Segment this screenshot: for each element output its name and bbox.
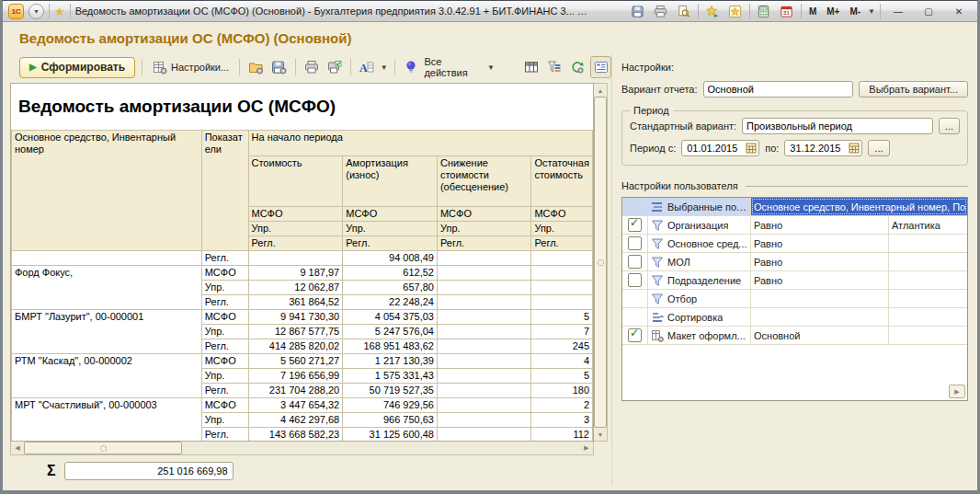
header-value-col[interactable]: Остаточная стоимость xyxy=(531,156,593,207)
header-value-col[interactable]: Амортизация (износ) xyxy=(343,156,438,207)
memory-recall-button[interactable]: M xyxy=(806,6,819,17)
asset-name-cell[interactable]: БМРТ "Лазурит", 00-000001 xyxy=(12,310,202,354)
scroll-down-icon[interactable]: ▼ xyxy=(594,428,607,441)
user-settings-row[interactable]: Сортировка xyxy=(622,308,967,327)
print-icon[interactable] xyxy=(302,57,322,77)
user-settings-row[interactable]: Отбор xyxy=(622,290,967,308)
depr-cell[interactable]: 5 247 576,04 xyxy=(343,325,438,339)
font-format-icon[interactable]: A xyxy=(358,57,377,77)
resid-cell[interactable]: 112 xyxy=(531,428,593,442)
user-settings-row[interactable]: Выбранные поляОсновное средство, Инвента… xyxy=(622,198,967,216)
calendar-icon[interactable]: 31 xyxy=(778,3,796,19)
header-accounting-row[interactable]: Регл. xyxy=(343,236,438,251)
header-asset-col[interactable]: Основное средство, Инвентарный номер xyxy=(12,131,202,251)
print-preview-icon[interactable] xyxy=(675,3,693,19)
indicator-cell[interactable]: Регл. xyxy=(201,384,248,398)
setting-label-cell[interactable]: Выбранные поля xyxy=(648,198,751,215)
resid-cell[interactable] xyxy=(531,251,593,266)
calculator-icon[interactable] xyxy=(755,3,773,19)
font-dropdown-chevron-icon[interactable]: ▼ xyxy=(381,63,388,72)
cost-cell[interactable]: 414 285 820,02 xyxy=(248,339,343,354)
checkbox-cell[interactable] xyxy=(622,253,648,270)
indicator-cell[interactable]: Упр. xyxy=(201,369,248,384)
user-settings-row[interactable]: ПодразделениеРавно xyxy=(622,271,967,290)
header-accounting-row[interactable]: Упр. xyxy=(343,222,438,236)
main-menu-chevron-icon[interactable]: ▼ xyxy=(28,4,44,19)
header-accounting-row[interactable]: МСФО xyxy=(531,207,593,222)
depr-cell[interactable]: 4 054 375,03 xyxy=(343,310,438,325)
indicator-cell[interactable]: Упр. xyxy=(201,325,248,339)
setting-value-cell[interactable] xyxy=(889,235,967,252)
setting-condition-cell[interactable]: Равно xyxy=(751,235,889,252)
choose-variant-button[interactable]: Выбрать вариант... xyxy=(859,81,968,98)
variant-input[interactable] xyxy=(703,81,854,98)
vertical-scrollbar[interactable]: ▲ ▼ xyxy=(594,83,608,442)
checkbox-cell[interactable] xyxy=(622,327,648,344)
setting-condition-cell[interactable]: Равно xyxy=(751,253,889,270)
maximize-button[interactable]: ▢ xyxy=(916,3,941,19)
setting-checkbox[interactable] xyxy=(628,218,642,232)
setting-label-cell[interactable]: Подразделение xyxy=(648,271,751,289)
save-settings-icon[interactable] xyxy=(269,57,289,77)
setting-label-cell[interactable]: Организация xyxy=(648,216,751,234)
cost-cell[interactable]: 7 196 656,99 xyxy=(248,369,343,384)
resid-cell[interactable]: 5 xyxy=(531,369,593,384)
period-to-input[interactable] xyxy=(788,142,847,155)
impair-cell[interactable] xyxy=(437,325,530,339)
setting-value-cell[interactable] xyxy=(889,308,967,326)
cost-cell[interactable]: 9 187,97 xyxy=(248,266,343,281)
standard-variant-more-button[interactable]: ... xyxy=(939,118,960,134)
depr-cell[interactable]: 94 008,49 xyxy=(343,251,438,266)
minimize-button[interactable]: — xyxy=(885,3,911,19)
header-accounting-row[interactable]: Регл. xyxy=(437,236,530,251)
depr-cell[interactable]: 168 951 483,62 xyxy=(343,339,438,354)
cost-cell[interactable]: 143 668 582,23 xyxy=(248,428,343,442)
impair-cell[interactable] xyxy=(437,251,530,266)
resid-cell[interactable] xyxy=(531,266,593,281)
print-preview-icon[interactable] xyxy=(325,57,344,77)
depr-cell[interactable]: 1 217 130,39 xyxy=(343,354,438,369)
generate-button[interactable]: ▶ Сформировать xyxy=(19,57,135,78)
header-value-col[interactable]: Снижение стоимости (обесценение) xyxy=(437,156,530,207)
setting-condition-cell[interactable]: Равно xyxy=(751,271,889,289)
cost-cell[interactable]: 231 704 288,20 xyxy=(248,384,343,398)
scroll-up-icon[interactable]: ▲ xyxy=(594,84,607,97)
header-accounting-row[interactable]: МСФО xyxy=(343,207,438,222)
checkbox-cell[interactable] xyxy=(622,271,648,289)
setting-value-cell[interactable] xyxy=(889,271,967,289)
settings-scroll-right-icon[interactable]: ▶ xyxy=(949,385,965,398)
indicator-cell[interactable]: МСФО xyxy=(201,354,248,369)
selected-fields-value[interactable]: Основное средство, Инвентарный номер, По xyxy=(751,198,967,215)
header-accounting-row[interactable]: МСФО xyxy=(437,207,530,222)
setting-condition-cell[interactable] xyxy=(751,308,889,326)
impair-cell[interactable] xyxy=(437,266,530,281)
cost-cell[interactable] xyxy=(248,251,343,266)
resid-cell[interactable]: 180 xyxy=(531,384,593,398)
header-indicator-col[interactable]: Показатели xyxy=(201,131,248,251)
user-settings-row[interactable]: ОрганизацияРавноАтлантика xyxy=(622,216,967,235)
print-icon[interactable] xyxy=(652,3,670,19)
setting-condition-cell[interactable]: Равно xyxy=(751,216,889,234)
header-accounting-row[interactable]: Регл. xyxy=(248,236,343,251)
impair-cell[interactable] xyxy=(437,281,530,295)
header-accounting-row[interactable]: МСФО xyxy=(248,207,343,222)
all-actions-button[interactable]: Все действия ▼ xyxy=(424,56,495,78)
scroll-left-icon[interactable]: ◀ xyxy=(11,442,24,454)
resid-cell[interactable]: 3 xyxy=(531,413,593,428)
indicator-cell[interactable]: Регл. xyxy=(201,251,248,266)
app-logo-icon[interactable]: 1С xyxy=(8,4,24,19)
resid-cell[interactable]: 245 xyxy=(531,339,593,354)
setting-label-cell[interactable]: МОЛ xyxy=(648,253,751,270)
refresh-settings-icon[interactable] xyxy=(568,57,587,77)
resid-cell[interactable] xyxy=(531,281,593,295)
period-from-input[interactable] xyxy=(685,142,744,155)
report-sheet[interactable]: Ведомость амортизации ОС (МСФО) Основное… xyxy=(10,83,594,442)
indicator-cell[interactable]: МСФО xyxy=(201,310,248,325)
depr-cell[interactable]: 1 575 331,43 xyxy=(343,369,438,384)
depr-cell[interactable]: 31 125 600,48 xyxy=(343,428,438,442)
asset-name-cell[interactable]: РТМ "Каскад", 00-000002 xyxy=(12,354,202,398)
highlight-lamp-icon[interactable] xyxy=(402,57,421,77)
impair-cell[interactable] xyxy=(437,295,530,310)
header-accounting-row[interactable]: Упр. xyxy=(248,222,343,236)
header-value-col[interactable]: Стоимость xyxy=(248,156,343,207)
